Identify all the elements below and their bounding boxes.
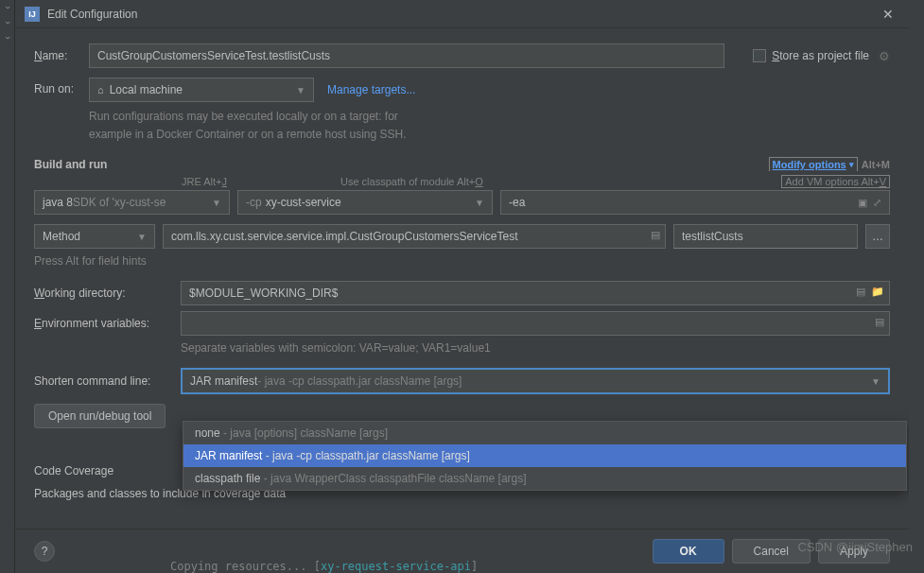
name-label: Name: [34,49,89,62]
app-icon: IJ [25,7,40,22]
run-on-value: Local machine [110,83,183,96]
expand-icon[interactable]: ▣ [858,197,867,209]
vm-options-input[interactable]: -ea ▣ ⤢ [500,190,890,215]
field-hint: Press Alt for field hints [34,254,890,268]
home-icon: ⌂ [97,84,104,96]
ok-button[interactable]: OK [653,539,724,564]
titlebar: IJ Edit Configuration ✕ [15,0,909,28]
store-label: Store as project file [772,49,869,62]
store-checkbox[interactable] [753,49,766,62]
coverage-header: Code Coverage [34,464,113,478]
build-run-header: Build and run Modify options ▾ Alt+M [34,157,890,171]
test-kind-select[interactable]: Method ▼ [34,224,155,249]
class-name-input[interactable] [163,224,666,249]
run-on-help: Run configurations may be executed local… [89,108,890,144]
modify-options-link[interactable]: Modify options ▾ [769,157,858,171]
test-method-input[interactable] [673,224,858,249]
console-output: Copying resources... [xy-request-service… [170,560,478,573]
dialog-content: Name: Store as project file ⚙ Run on: ⌂ … [15,28,909,529]
shorten-label: Shorten command line: [34,374,181,388]
classpath-hint: Use classpath of module Alt+O [340,176,483,187]
working-dir-input[interactable] [181,281,890,305]
env-hint: Separate variables with semicolon: VAR=v… [181,341,890,355]
editor-gutter: › › › [0,0,15,573]
shorten-dropdown: none - java [options] className [args] J… [183,421,907,491]
list-icon[interactable]: ▤ [651,229,660,241]
classpath-select[interactable]: -cpxy-cust-service ▼ [237,190,493,215]
alt-m-hint: Alt+M [862,159,890,170]
shorten-select[interactable]: JAR manifest - java -cp classpath.jar cl… [181,368,890,394]
folder-icon[interactable]: 📁 [871,286,884,298]
fullscreen-icon[interactable]: ⤢ [873,197,881,209]
dropdown-option-jar-manifest[interactable]: JAR manifest - java -cp classpath.jar cl… [183,444,906,467]
help-button[interactable]: ? [34,541,55,562]
right-gutter [909,0,924,573]
list-icon[interactable]: ▤ [856,286,865,298]
chevron-down-icon: ▼ [871,376,880,387]
dropdown-option-classpath-file[interactable]: classpath file - java WrapperClass class… [183,467,906,490]
cancel-button[interactable]: Cancel [732,539,811,564]
env-input[interactable] [181,311,890,336]
name-input[interactable] [89,43,724,68]
dropdown-option-none[interactable]: none - java [options] className [args] [183,422,906,444]
chevron-down-icon: ▼ [296,85,305,96]
close-icon[interactable]: ✕ [877,5,899,24]
manage-targets-link[interactable]: Manage targets... [327,83,415,96]
browse-button[interactable]: … [865,224,890,249]
edit-configuration-dialog: IJ Edit Configuration ✕ Name: Store as p… [15,0,909,573]
jre-hint: JRE Alt+J [182,176,240,187]
env-label: Environment variables: [34,317,181,330]
working-dir-label: Working directory: [34,286,181,300]
chevron-down-icon: ▼ [212,198,221,208]
run-on-label: Run on: [34,78,89,96]
apply-button[interactable]: Apply [818,539,890,564]
open-tool-button[interactable]: Open run/debug tool [34,404,166,428]
vm-hint: Add VM options Alt+V [781,175,890,188]
run-on-select[interactable]: ⌂ Local machine ▼ [89,78,314,102]
list-icon[interactable]: ▤ [875,316,884,328]
gear-icon[interactable]: ⚙ [879,49,890,63]
dialog-title: Edit Configuration [47,8,877,21]
chevron-down-icon: ▼ [475,198,484,208]
chevron-down-icon: ▼ [137,232,147,242]
jre-select[interactable]: java 8 SDK of 'xy-cust-se ▼ [34,190,230,215]
